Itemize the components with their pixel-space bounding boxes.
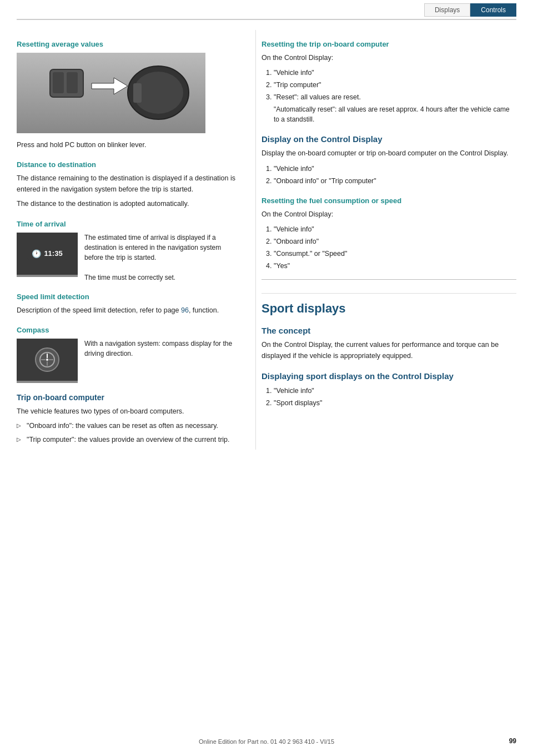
reset-fuel-steps: "Vehicle info" "Onboard info" "Consumpt.… (274, 224, 516, 271)
reset-sub-note: "Automatically reset": all values are re… (274, 104, 516, 124)
para-distance-1: The distance remaining to the destinatio… (17, 173, 239, 195)
bullet-trip-computer: "Trip computer": the values provide an o… (17, 435, 239, 445)
tab-controls[interactable]: Controls (470, 3, 516, 17)
bullet-onboard-info: "Onboard info": the values can be reset … (17, 421, 239, 431)
compass-block: With a navigation system: compass displa… (17, 339, 239, 383)
heading-sport-displays: Sport displays (262, 293, 516, 316)
step-onboard-info: "Onboard info" (274, 236, 516, 247)
caption-press-hold: Press and hold PC button on blinker leve… (17, 140, 239, 150)
trip-computer-bullets: "Onboard info": the values can be reset … (17, 421, 239, 445)
heading-concept: The concept (262, 326, 516, 335)
svg-point-13 (46, 359, 48, 361)
step-reset: "Reset": all values are reset. "Automati… (274, 92, 516, 124)
heading-display-sport: Displaying sport displays on the Control… (262, 371, 516, 381)
heading-reset-fuel: Resetting the fuel consumption or speed (262, 196, 516, 205)
clock-time-value: 11:35 (44, 249, 62, 258)
step-vehicle-info-3: "Vehicle info" (274, 224, 516, 235)
tab-displays[interactable]: Displays (424, 3, 470, 17)
intro-reset-trip: On the Control Display: (262, 53, 516, 63)
footer-text: Online Edition for Part no. 01 40 2 963 … (0, 738, 533, 745)
clock-display-image: 🕐 11:35 (17, 233, 78, 277)
heading-speed-limit: Speed limit detection (17, 293, 239, 301)
compass-icon (35, 347, 59, 372)
header-tabs: Displays Controls (424, 3, 516, 17)
display-sport-steps: "Vehicle info" "Sport displays" (274, 385, 516, 409)
svg-rect-2 (53, 72, 64, 93)
arrival-para-2: The time must be correctly set. (84, 274, 175, 281)
display-control-steps: "Vehicle info" "Onboard info" or "Trip c… (274, 163, 516, 187)
para-speed-limit: Description of the speed limit detection… (17, 305, 239, 316)
blinker-lever-image (17, 53, 205, 133)
step-vehicle-info-1: "Vehicle info" (274, 67, 516, 78)
svg-rect-7 (133, 83, 142, 103)
reset-trip-steps: "Vehicle info" "Trip computer" "Reset": … (274, 67, 516, 124)
heading-arrival: Time of arrival (17, 220, 239, 228)
step-sport-displays: "Sport displays" (274, 397, 516, 409)
step-onboard-or-trip: "Onboard info" or "Trip computer" (274, 175, 516, 187)
para-concept: On the Control Display, the current valu… (262, 340, 516, 361)
para-trip-computer: The vehicle features two types of on-boa… (17, 406, 239, 417)
svg-rect-3 (67, 72, 78, 93)
arrival-para-1: The estimated time of arrival is display… (84, 234, 221, 261)
step-trip-computer: "Trip computer" (274, 79, 516, 90)
compass-image-box (17, 339, 78, 383)
heading-display-control: Display on the Control Display (262, 134, 516, 144)
clock-icon: 🕐 (32, 249, 41, 258)
step-consumpt-speed: "Consumpt." or "Speed" (274, 248, 516, 259)
para-distance-2: The distance to the destination is adopt… (17, 199, 239, 209)
page-number: 99 (509, 737, 516, 745)
heading-distance: Distance to destination (17, 160, 239, 169)
step-vehicle-info-4: "Vehicle info" (274, 385, 516, 396)
step-yes: "Yes" (274, 260, 516, 271)
arrival-description: The estimated time of arrival is display… (84, 233, 239, 283)
main-content: Resetting average values (0, 30, 533, 450)
right-column: Resetting the trip on-board computer On … (255, 30, 516, 450)
speed-limit-text-after: , function. (189, 306, 219, 314)
step-vehicle-info-2: "Vehicle info" (274, 163, 516, 174)
heading-resetting-avg: Resetting average values (17, 40, 239, 48)
intro-reset-fuel: On the Control Display: (262, 209, 516, 220)
heading-compass: Compass (17, 326, 239, 334)
speed-limit-text-before: Description of the speed limit detection… (17, 306, 181, 314)
page-ref-link[interactable]: 96 (181, 306, 189, 314)
intro-display-control: Display the on-board comupter or trip on… (262, 148, 516, 159)
compass-description: With a navigation system: compass displa… (84, 339, 239, 359)
heading-trip-computer: Trip on-board computer (17, 393, 239, 402)
section-divider (262, 279, 516, 280)
clock-time-display: 🕐 11:35 (27, 248, 67, 260)
heading-reset-trip: Resetting the trip on-board computer (262, 40, 516, 48)
left-column: Resetting average values (17, 30, 255, 450)
page-header: Displays Controls (17, 0, 516, 20)
time-of-arrival-block: 🕐 11:35 The estimated time of arrival is… (17, 233, 239, 283)
